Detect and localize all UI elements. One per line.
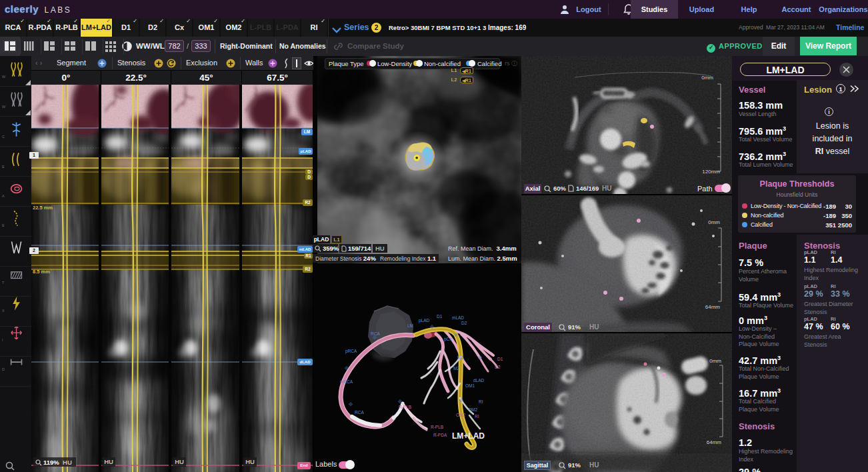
svg-text:D2: D2 (495, 365, 501, 369)
svg-text:R-PLB: R-PLB (431, 425, 443, 429)
svg-text:0mm: 0mm (708, 219, 720, 225)
svg-text:pCx: pCx (444, 337, 452, 342)
svg-text:RI: RI (479, 399, 483, 404)
svg-text:R-PLB: R-PLB (399, 405, 411, 409)
svg-text:RI: RI (475, 414, 479, 419)
svg-text:D1: D1 (437, 314, 443, 319)
svg-text:OM1: OM1 (465, 383, 475, 388)
svg-text:LM: LM (407, 323, 413, 328)
svg-text:pRCA: pRCA (345, 349, 357, 354)
svg-text:OM2: OM2 (456, 413, 465, 417)
svg-text:mRCA: mRCA (340, 379, 353, 384)
svg-text:0mm: 0mm (709, 358, 721, 364)
svg-text:M2: M2 (453, 366, 459, 371)
svg-text:LM+LAD: LM+LAD (452, 431, 485, 441)
svg-text:R-PDA: R-PDA (433, 433, 447, 437)
svg-text:OM2: OM2 (468, 407, 477, 412)
svg-text:pLAD: pLAD (419, 318, 430, 323)
svg-text:D2: D2 (461, 321, 467, 325)
svg-text:64mm: 64mm (707, 439, 722, 445)
svg-text:dLAD: dLAD (473, 378, 485, 383)
svg-text:RCA: RCA (355, 410, 364, 415)
svg-text:RCA: RCA (371, 331, 380, 336)
svg-text:mLAD: mLAD (452, 315, 464, 320)
svg-text:64mm: 64mm (705, 304, 721, 310)
svg-text:D1: D1 (497, 357, 503, 361)
svg-text:120mm: 120mm (702, 169, 720, 175)
svg-text:0mm: 0mm (701, 75, 713, 81)
svg-text:M1: M1 (457, 355, 463, 360)
